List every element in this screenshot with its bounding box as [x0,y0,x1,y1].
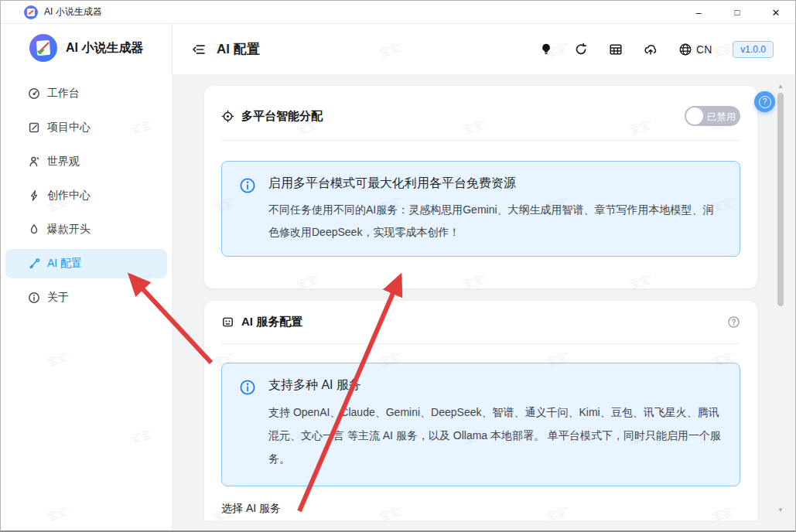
sidebar-item-workbench[interactable]: 工作台 [5,79,167,108]
ai-service-info-box: 支持多种 AI 服务 支持 OpenAI、Claude、Gemini、DeepS… [221,363,740,486]
info-icon [239,177,256,194]
info-title: 支持多种 AI 服务 [268,377,723,394]
content-scroll-area: 多平台智能分配 已禁用 启用多平台模式可最大化利用各平台免费资源 不同任务使用不… [173,74,796,520]
info-title: 启用多平台模式可最大化利用各平台免费资源 [268,176,723,192]
robot-icon [221,315,234,329]
version-badge[interactable]: v1.0.0 [733,41,774,58]
main-area: AI 配置 CN [173,24,796,531]
multi-platform-toggle[interactable]: 已禁用 [685,106,740,126]
app-window: AI 小说生成器 – □ ✕ AI 小说生成器 [0,0,796,532]
multi-platform-info-box: 启用多平台模式可最大化利用各平台免费资源 不同任务使用不同的AI服务：灵感构思用… [221,161,740,257]
sidebar-item-about[interactable]: 关于 [5,283,167,312]
globe-icon [678,43,692,56]
info-body: 不同任务使用不同的AI服务：灵感构思用Gemini、大纲生成用智谱、章节写作用本… [268,199,723,244]
toggle-label: 已禁用 [707,111,736,124]
dashboard-icon [28,87,40,100]
question-mark-icon: ? [759,96,771,108]
edit-square-icon [28,121,40,134]
ai-service-card: AI 服务配置 支持多种 AI 服务 支持 OpenAI、Claude、Gemi… [204,301,757,520]
language-label: CN [696,43,712,56]
sidebar-item-label: 世界观 [47,155,80,169]
window-title: AI 小说生成器 [44,5,102,19]
section-title: 多平台智能分配 [241,109,323,124]
maximize-button[interactable]: □ [718,1,757,24]
sidebar-item-label: 工作台 [47,87,80,101]
help-icon[interactable] [727,315,740,329]
titlebar: AI 小说生成器 – □ ✕ [1,1,795,24]
person-icon [28,155,40,168]
table-icon[interactable] [609,43,623,56]
sidebar-item-label: 爆款开头 [47,223,91,237]
close-button[interactable]: ✕ [757,1,795,24]
language-switcher[interactable]: CN [678,43,712,56]
main-header: AI 配置 CN [173,24,796,74]
app-name: AI 小说生成器 [66,40,143,56]
sidebar-item-projects[interactable]: 项目中心 [5,113,167,142]
sidebar-item-ai-config[interactable]: AI 配置 [5,249,167,278]
sidebar-item-label: 创作中心 [47,189,91,203]
info-body: 支持 OpenAI、Claude、Gemini、DeepSeek、智谱、通义千问… [268,401,723,470]
sidebar-item-hot-opening[interactable]: 爆款开头 [5,215,167,244]
scroll-down-icon[interactable]: ▼ [777,507,784,513]
minimize-button[interactable]: – [679,1,718,24]
info-icon [239,379,256,396]
app-logo-icon [29,33,58,63]
brush-icon [28,257,40,270]
sidebar-item-worldview[interactable]: 世界观 [5,147,167,176]
section-title: AI 服务配置 [241,315,302,329]
app-logo-icon [24,5,38,19]
floating-help-button[interactable]: ? [754,91,775,112]
vertical-scrollbar[interactable]: ▲ ▼ [777,82,784,515]
sidebar-logo: AI 小说生成器 [1,24,172,72]
scrollbar-thumb[interactable] [777,93,784,306]
sidebar-item-label: 项目中心 [47,121,91,135]
info-circle-icon [28,292,40,304]
lightning-icon [28,189,40,202]
sidebar-nav: 工作台 项目中心 世界观 创作中心 [1,72,172,312]
multi-platform-card: 多平台智能分配 已禁用 启用多平台模式可最大化利用各平台免费资源 不同任务使用不… [204,86,757,288]
toggle-knob [686,107,703,124]
scroll-up-icon[interactable]: ▲ [777,84,784,90]
lightbulb-icon[interactable] [539,43,553,56]
cloud-upload-icon[interactable] [644,43,658,56]
crosshair-icon [221,110,234,123]
collapse-sidebar-icon[interactable] [192,43,206,56]
select-service-label: 选择 AI 服务 [221,502,740,516]
refresh-icon[interactable] [574,43,588,56]
sidebar-item-label: 关于 [47,291,69,305]
sidebar-item-label: AI 配置 [47,257,82,271]
sidebar: AI 小说生成器 工作台 项目中心 世界观 [1,24,173,531]
flame-icon [28,223,40,236]
page-title: AI 配置 [217,40,260,58]
sidebar-item-creation[interactable]: 创作中心 [5,181,167,210]
